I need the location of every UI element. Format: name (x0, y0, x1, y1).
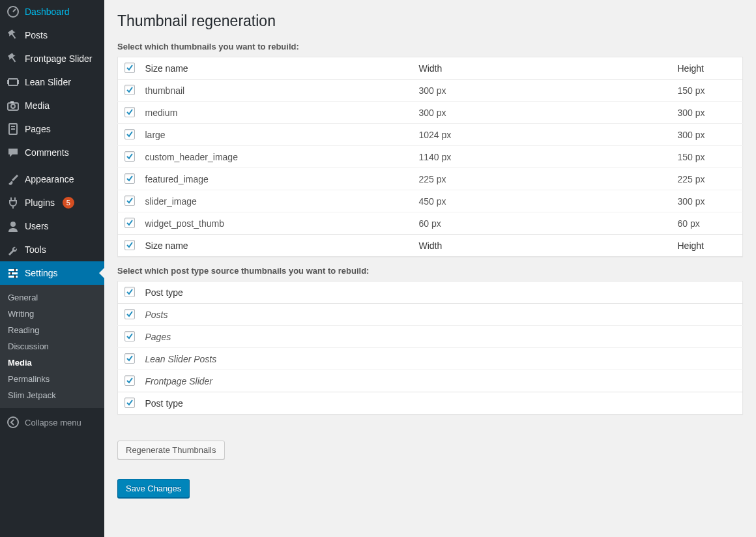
sidebar-item-media[interactable]: Media (0, 94, 104, 117)
update-badge: 5 (63, 197, 74, 209)
size-height: 300 px (671, 190, 743, 212)
post-type-name: Posts (139, 304, 743, 326)
table-row: custom_header_image1140 px150 px (118, 146, 743, 168)
camera-icon (7, 99, 20, 112)
row-checkbox[interactable] (118, 124, 139, 146)
sidebar-item-users[interactable]: Users (0, 214, 104, 238)
sidebar-item-label: Posts (25, 29, 48, 41)
save-changes-button[interactable]: Save Changes (117, 479, 190, 498)
submenu-item-general[interactable]: General (0, 289, 104, 306)
submenu-item-permalinks[interactable]: Permalinks (0, 371, 104, 387)
sidebar-item-label: Users (25, 220, 49, 232)
row-checkbox[interactable] (118, 348, 139, 370)
row-checkbox[interactable] (118, 304, 139, 326)
size-height: 300 px (671, 102, 743, 124)
collapse-icon (7, 416, 20, 429)
size-name: slider_image (139, 190, 413, 212)
sidebar-item-label: Tools (25, 244, 46, 255)
size-name: featured_image (139, 168, 413, 190)
size-name: thumbnail (139, 80, 413, 102)
submenu-item-media[interactable]: Media (0, 355, 104, 371)
size-width: 450 px (413, 190, 671, 212)
row-checkbox[interactable] (118, 80, 139, 102)
sidebar-item-label: Pages (25, 123, 51, 135)
size-name: large (139, 124, 413, 146)
select-all-sizes[interactable] (118, 57, 139, 80)
sidebar-item-tools[interactable]: Tools (0, 238, 104, 261)
sidebar-item-appearance[interactable]: Appearance (0, 167, 104, 191)
row-checkbox[interactable] (118, 212, 139, 235)
table-row: large1024 px300 px (118, 124, 743, 146)
size-height: 150 px (671, 146, 743, 168)
sizes-table: Size name Width Height thumbnail300 px15… (117, 57, 743, 257)
col-width: Width (413, 57, 671, 80)
table-row: medium300 px300 px (118, 102, 743, 124)
pin-icon (7, 52, 20, 65)
sidebar-item-posts[interactable]: Posts (0, 23, 104, 47)
row-checkbox[interactable] (118, 190, 139, 212)
submenu-item-discussion[interactable]: Discussion (0, 338, 104, 355)
brush-icon (7, 173, 20, 186)
row-checkbox[interactable] (118, 370, 139, 392)
size-width: 300 px (413, 80, 671, 102)
user-icon (7, 220, 20, 233)
sidebar-item-label: Dashboard (25, 6, 70, 18)
table-row: featured_image225 px225 px (118, 168, 743, 190)
sidebar-item-comments[interactable]: Comments (0, 141, 104, 164)
posttypes-table: Post type PostsPagesLean Slider PostsFro… (117, 281, 743, 414)
collapse-label: Collapse menu (25, 418, 81, 428)
sidebar-item-label: Appearance (25, 173, 74, 185)
sidebar-item-pages[interactable]: Pages (0, 117, 104, 141)
submenu-item-slim-jetpack[interactable]: Slim Jetpack (0, 387, 104, 403)
size-width: 60 px (413, 212, 671, 235)
posttypes-section-label: Select which post type source thumbnails… (117, 266, 743, 276)
post-type-name: Lean Slider Posts (139, 348, 743, 370)
size-width: 225 px (413, 168, 671, 190)
table-row: Frontpage Slider (118, 370, 743, 392)
table-row: Posts (118, 304, 743, 326)
settings-icon (7, 267, 20, 280)
dashboard-icon (7, 5, 20, 18)
size-height: 150 px (671, 80, 743, 102)
select-all-posttypes[interactable] (118, 282, 139, 304)
submenu-item-reading[interactable]: Reading (0, 322, 104, 338)
page-icon (7, 123, 20, 136)
table-row: thumbnail300 px150 px (118, 80, 743, 102)
sidebar-item-lean-slider[interactable]: Lean Slider (0, 70, 104, 94)
sidebar-item-label: Settings (25, 267, 58, 279)
select-all-sizes-foot[interactable] (118, 235, 139, 257)
row-checkbox[interactable] (118, 326, 139, 348)
row-checkbox[interactable] (118, 102, 139, 124)
size-width: 300 px (413, 102, 671, 124)
sidebar-item-label: Media (25, 100, 50, 111)
row-checkbox[interactable] (118, 146, 139, 168)
sidebar-item-label: Frontpage Slider (25, 53, 93, 65)
sidebar-item-settings[interactable]: Settings (0, 261, 104, 285)
row-checkbox[interactable] (118, 168, 139, 190)
size-height: 60 px (671, 212, 743, 235)
size-height: 300 px (671, 124, 743, 146)
table-row: Lean Slider Posts (118, 348, 743, 370)
wrench-icon (7, 243, 20, 256)
sidebar-item-plugins[interactable]: Plugins5 (0, 191, 104, 214)
content-area: Thumbnail regeneration Select which thum… (104, 0, 756, 537)
collapse-menu[interactable]: Collapse menu (0, 411, 104, 434)
size-name: widget_post_thumb (139, 212, 413, 235)
sidebar-item-dashboard[interactable]: Dashboard (0, 0, 104, 23)
plug-icon (7, 196, 20, 209)
comment-icon (7, 146, 20, 159)
post-type-name: Pages (139, 326, 743, 348)
admin-sidebar: DashboardPostsFrontpage SliderLean Slide… (0, 0, 104, 537)
page-title: Thumbnail regeneration (117, 7, 743, 33)
select-all-posttypes-foot[interactable] (118, 392, 139, 414)
submenu-item-writing[interactable]: Writing (0, 306, 104, 322)
size-name: medium (139, 102, 413, 124)
size-name: custom_header_image (139, 146, 413, 168)
size-height: 225 px (671, 168, 743, 190)
table-row: slider_image450 px300 px (118, 190, 743, 212)
slides-icon (7, 76, 20, 89)
sizes-section-label: Select which thumbnails you want to rebu… (117, 42, 743, 51)
sidebar-item-frontpage-slider[interactable]: Frontpage Slider (0, 47, 104, 70)
regenerate-thumbnails-button[interactable]: Regenerate Thumbnails (117, 441, 225, 459)
table-row: Pages (118, 326, 743, 348)
